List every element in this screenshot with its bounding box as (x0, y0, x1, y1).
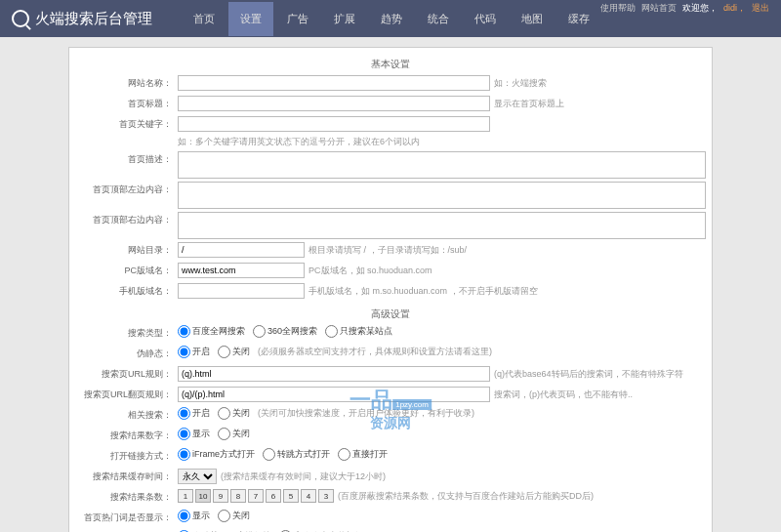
radio-option[interactable]: 转跳方式打开 (263, 448, 330, 461)
radio-off[interactable]: 关闭 (218, 346, 250, 358)
radio-off[interactable]: 关闭 (218, 407, 250, 420)
hint: (搜索结果缓存有效时间，建议大于12小时) (221, 471, 386, 483)
help-link[interactable]: 使用帮助 (600, 2, 636, 15)
hint: 根目录请填写 / ，子目录请填写如：/sub/ (308, 244, 467, 257)
top-left-textarea[interactable] (178, 182, 706, 209)
radio-on[interactable]: 开启 (178, 407, 210, 420)
radio-show[interactable]: 显示 (178, 428, 210, 440)
nav-item-4[interactable]: 趋势 (369, 2, 414, 36)
label-related: 相关搜索： (75, 407, 178, 422)
num-button[interactable]: 10 (195, 489, 211, 503)
num-button[interactable]: 8 (230, 489, 246, 503)
radio-option[interactable]: 百度全网搜索 (178, 325, 245, 338)
label-result-count: 搜索结果数字： (75, 428, 178, 442)
label-keywords: 首页关键字： (75, 116, 178, 131)
desc-textarea[interactable] (178, 151, 706, 179)
hint: (q)代表base64转码后的搜索词，不能有特殊字符 (494, 368, 683, 381)
radio-option[interactable]: 只搜索某站点 (325, 325, 392, 338)
nav-item-3[interactable]: 扩展 (322, 2, 367, 36)
label-home-title: 首页标题： (75, 96, 178, 110)
logo: 火端搜索后台管理 (12, 10, 152, 28)
label-site-name: 网站名称： (75, 75, 178, 90)
num-buttons: 1109876543 (178, 489, 334, 503)
settings-form: 基本设置 网站名称：如：火端搜索 首页标题：显示在首页标题上 首页关键字：如：多… (68, 47, 713, 532)
label-top-left: 首页顶部左边内容： (75, 182, 178, 196)
num-button[interactable]: 7 (248, 489, 264, 503)
hint: 如：火端搜索 (494, 77, 547, 90)
nav-item-2[interactable]: 广告 (275, 2, 320, 36)
label-url-rule2: 搜索页URL翻页规则： (75, 387, 178, 401)
hint: 搜索词，(p)代表页码，也不能有特.. (494, 389, 633, 401)
radio-on[interactable]: 开启 (178, 346, 210, 358)
top-right-textarea[interactable] (178, 212, 706, 239)
label-search-type: 搜索类型： (75, 325, 178, 340)
home-link[interactable]: 网站首页 (641, 2, 677, 15)
nav-item-5[interactable]: 统合 (416, 2, 461, 36)
url-rule2-input[interactable] (178, 387, 490, 402)
keywords-input[interactable] (178, 116, 490, 132)
label-pc-domain: PC版域名： (75, 263, 178, 277)
hint: (百度屏蔽搜索结果条数，仅支持与百度合作建站后方能购买DD后) (338, 490, 594, 503)
url-rule-input[interactable] (178, 366, 490, 382)
cache-time-select[interactable]: 永久 (178, 469, 217, 484)
hint: (必须服务器或空间支持才行，具体规则和设置方法请看这里) (258, 346, 492, 358)
search-icon (12, 10, 29, 27)
label-url-rule: 搜索页URL规则： (75, 366, 178, 381)
label-cache-time: 搜索结果缓存时间： (75, 469, 178, 483)
label-open-mode: 打开链接方式： (75, 448, 178, 463)
header: 火端搜索后台管理 首页设置广告扩展趋势统合代码地图缓存 使用帮助 网站首页 欢迎… (0, 0, 781, 37)
hint: 显示在首页标题上 (494, 98, 564, 110)
num-button[interactable]: 4 (301, 489, 316, 503)
radio-show[interactable]: 显示 (178, 510, 210, 522)
mobile-domain-input[interactable] (178, 283, 305, 299)
nav-item-7[interactable]: 地图 (510, 2, 555, 36)
label-site-dir: 网站目录： (75, 242, 178, 257)
nav-item-8[interactable]: 缓存 (556, 2, 601, 36)
hint: 手机版域名，如 m.so.huoduan.com ，不开启手机版请留空 (308, 285, 538, 298)
hint: 如：多个关键字请用英文状态下的逗号分开，建议在6个词以内 (178, 136, 420, 148)
label-mobile-domain: 手机版域名： (75, 283, 178, 298)
radio-option[interactable]: 直接打开 (338, 448, 388, 461)
radio-hide[interactable]: 关闭 (218, 428, 250, 440)
num-button[interactable]: 9 (213, 489, 228, 503)
radio-option[interactable]: 360全网搜索 (253, 325, 317, 338)
pc-domain-input[interactable] (178, 263, 305, 278)
radio-hide[interactable]: 关闭 (218, 510, 250, 522)
username: didi， (723, 2, 746, 15)
logout-link[interactable]: 退出 (752, 2, 769, 15)
radio-option[interactable]: iFrame方式打开 (178, 448, 255, 461)
section-basic: 基本设置 (75, 54, 706, 75)
nav-item-6[interactable]: 代码 (463, 2, 508, 36)
label-pseudo: 伪静态： (75, 346, 178, 360)
nav-item-0[interactable]: 首页 (182, 2, 226, 36)
section-advanced: 高级设置 (75, 304, 706, 325)
label-result-per: 搜索结果条数： (75, 489, 178, 504)
label-top-right: 首页顶部右边内容： (75, 212, 178, 226)
welcome-text: 欢迎您， (682, 2, 718, 15)
nav-item-1[interactable]: 设置 (228, 2, 273, 36)
site-name-input[interactable] (178, 75, 490, 91)
app-title: 火端搜索后台管理 (35, 10, 152, 28)
num-button[interactable]: 5 (283, 489, 299, 503)
topbar: 使用帮助 网站首页 欢迎您， didi， 退出 (600, 2, 769, 15)
home-title-input[interactable] (178, 96, 490, 111)
main-nav: 首页设置广告扩展趋势统合代码地图缓存 (182, 2, 601, 36)
num-button[interactable]: 6 (266, 489, 281, 503)
num-button[interactable]: 1 (178, 489, 193, 503)
hint: (关闭可加快搜索速度，开启用户体验更好，有利于收录) (258, 407, 474, 420)
label-desc: 首页描述： (75, 151, 178, 166)
num-button[interactable]: 3 (318, 489, 334, 503)
site-dir-input[interactable] (178, 242, 305, 258)
hint: PC版域名，如 so.huoduan.com (308, 265, 432, 277)
label-hot-display: 首页热门词是否显示： (75, 510, 178, 524)
